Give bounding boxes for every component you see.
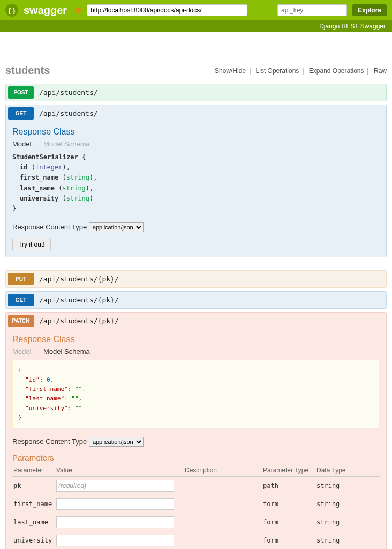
response-content-type: Response Content Type application/json [12,222,380,232]
link-raw[interactable]: Raw [374,67,387,75]
method-badge: PATCH [8,315,34,327]
endpoint-path: /api/students/ [39,88,98,97]
op-post-students: POST /api/students/ [5,84,387,101]
method-badge: POST [8,86,34,99]
schema-tabs: Model | Model Schema [12,347,380,355]
brand: swagger [24,4,67,17]
swagger-logo-icon: { } [5,4,18,17]
endpoint-path: /api/students/{pk}/ [39,296,119,304]
method-badge: GET [8,107,34,120]
param-row: pkpathstring [12,476,380,495]
endpoint-path: /api/students/ [39,109,98,117]
section-links: Show/Hide| List Operations| Expand Opera… [215,67,387,75]
subbar-title: Django REST Swagger [0,20,392,32]
op-head[interactable]: PUT /api/students/{pk}/ [6,271,386,287]
tab-model-schema[interactable]: Model Schema [43,140,90,148]
param-input-first-name[interactable] [56,498,174,510]
link-list[interactable]: List Operations [256,67,299,75]
response-content-type: Response Content Type application/json [12,437,380,447]
model-schema: StudentSerializer { id (integer), first_… [12,152,380,214]
param-row: universityformstring [12,531,380,549]
op-get-students: GET /api/students/ Response Class Model … [5,105,387,257]
param-input-university[interactable] [56,535,174,546]
content-type-select[interactable]: application/json [89,437,144,447]
response-class-heading: Response Class [12,127,380,137]
tab-model-schema[interactable]: Model Schema [43,347,90,355]
schema-json: { "id": 0, "first_name": "", "last_name"… [12,360,380,428]
explore-button[interactable]: Explore [352,4,387,16]
parameters-table: Parameter Value Description Parameter Ty… [12,464,380,549]
parameters-heading: Parameters [12,453,380,462]
method-badge: PUT [8,273,34,285]
url-input[interactable] [87,4,247,16]
section-title[interactable]: students [5,64,215,77]
schema-tabs: Model | Model Schema [12,140,380,148]
content-type-select[interactable]: application/json [89,222,144,232]
method-badge: GET [8,294,34,306]
link-expand[interactable]: Expand Operations [309,67,364,75]
response-class-heading: Response Class [12,335,380,344]
param-row: last_nameformstring [12,513,380,531]
apikey-input[interactable] [277,4,347,16]
tab-model[interactable]: Model [12,347,31,355]
topbar: { } swagger ✽ Explore [0,0,392,20]
op-head[interactable]: POST /api/students/ [6,84,386,101]
op-get-students-pk: GET /api/students/{pk}/ [5,291,387,309]
link-showhide[interactable]: Show/Hide [215,67,246,75]
param-input-last-name[interactable] [56,516,174,528]
try-button[interactable]: Try it out! [12,238,51,251]
op-body-get: Response Class Model | Model Schema Stud… [6,122,386,257]
param-row: first_nameformstring [12,495,380,513]
op-put-students-pk: PUT /api/students/{pk}/ [5,270,387,288]
endpoint-path: /api/students/{pk}/ [39,317,119,325]
tab-model[interactable]: Model [12,140,31,148]
param-input-pk[interactable] [56,480,174,492]
op-head[interactable]: PATCH /api/students/{pk}/ [6,313,386,329]
gear-icon[interactable]: ✽ [74,5,81,16]
section-head-students: students Show/Hide| List Operations| Exp… [5,64,387,79]
endpoint-path: /api/students/{pk}/ [39,275,119,283]
op-patch-students-pk: PATCH /api/students/{pk}/ Response Class… [5,312,387,549]
op-head[interactable]: GET /api/students/ [6,105,386,122]
op-body-patch: Response Class Model | Model Schema { "i… [6,329,386,549]
op-head[interactable]: GET /api/students/{pk}/ [6,292,386,308]
